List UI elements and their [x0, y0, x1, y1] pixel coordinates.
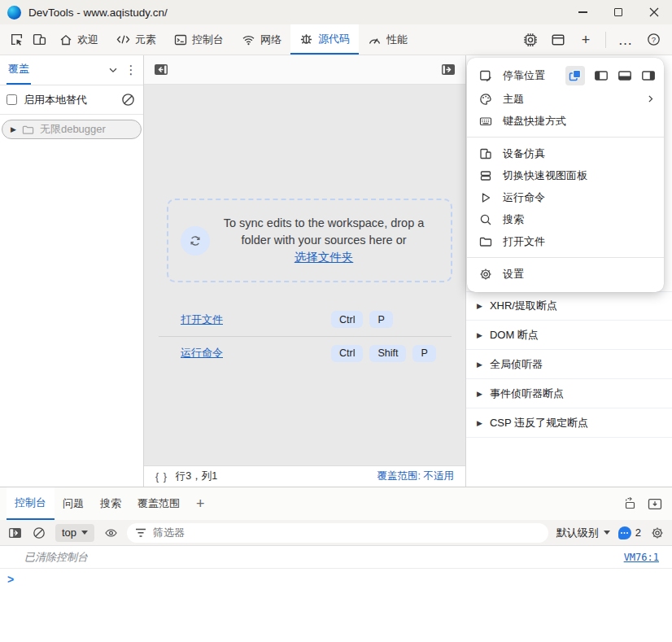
drawer-tab-controls: [622, 487, 672, 520]
expand-triangle-icon: ▶: [11, 125, 16, 133]
menu-item-dock-side[interactable]: 停靠位置: [467, 63, 664, 88]
eye-icon: [104, 527, 118, 539]
menu-item-quick-view[interactable]: 切换快速视图面板: [467, 164, 664, 186]
dock-option-right[interactable]: [641, 68, 656, 83]
section-xhr-breakpoints[interactable]: ▶ XHR/提取断点: [466, 291, 672, 321]
device-toolbar-button[interactable]: [28, 24, 50, 55]
console-sidebar-toggle[interactable]: [7, 527, 23, 539]
clear-console-button[interactable]: [31, 526, 47, 539]
caret-down-icon: [604, 531, 610, 535]
select-folder-link[interactable]: 选择文件夹: [295, 251, 354, 264]
minimize-icon: [578, 11, 587, 12]
clear-overrides-icon[interactable]: [121, 93, 135, 107]
workspace-dropzone[interactable]: To sync edits to the workspace, drop a f…: [167, 199, 452, 282]
tab-label: 源代码: [318, 32, 350, 46]
console-settings-button[interactable]: [649, 526, 665, 539]
gauge-icon: [368, 33, 382, 46]
processors-button[interactable]: [518, 24, 543, 55]
console-message-row: 已清除控制台 VM76:1: [0, 546, 672, 569]
collapse-right-panel-icon[interactable]: [441, 63, 456, 76]
tab-elements[interactable]: 元素: [107, 24, 165, 55]
tab-performance[interactable]: 性能: [359, 24, 417, 55]
tab-label: 欢迎: [77, 33, 98, 47]
inspect-element-button[interactable]: [5, 24, 28, 55]
tabbar-separator: [605, 32, 606, 48]
section-event-listener-breakpoints[interactable]: ▶ 事件侦听器断点: [466, 379, 672, 408]
log-level-selector[interactable]: 默认级别: [556, 526, 610, 540]
live-expression-button[interactable]: [103, 527, 119, 539]
drawer-tab-coverage[interactable]: 覆盖范围: [129, 487, 188, 520]
menu-item-device-emulation[interactable]: 设备仿真: [467, 142, 664, 164]
menu-item-label: 搜索: [503, 212, 524, 227]
menu-item-settings[interactable]: 设置: [467, 263, 664, 285]
tab-label: 控制台: [192, 33, 224, 47]
tab-welcome[interactable]: 欢迎: [50, 24, 107, 55]
log-level-value: 默认级别: [556, 526, 599, 540]
run-command-link[interactable]: 运行命令: [181, 346, 223, 360]
left-sidebar-tabstrip: 覆盖 ⋮: [0, 55, 143, 85]
help-button[interactable]: ?: [641, 24, 665, 55]
drawer-tab-console[interactable]: 控制台: [7, 487, 55, 520]
tab-sources[interactable]: 源代码: [290, 24, 359, 55]
undock-icon: [568, 68, 583, 83]
dock-option-undock[interactable]: [565, 66, 585, 85]
section-global-listeners[interactable]: ▶ 全局侦听器: [466, 350, 672, 379]
tab-overrides[interactable]: 覆盖: [7, 55, 31, 85]
menu-item-keyboard-shortcuts[interactable]: 键盘快捷方式: [467, 110, 664, 132]
message-count[interactable]: 2: [618, 526, 641, 539]
add-tab-button[interactable]: +: [574, 24, 598, 55]
gear-icon: [651, 526, 664, 539]
dropzone-message: To sync edits to the workspace, drop a f…: [210, 215, 451, 266]
pretty-print-button[interactable]: { }: [155, 471, 168, 483]
devtools-window: DevTools - www.aqistudy.cn/ 欢迎 元素 控制台: [0, 0, 672, 642]
collapse-left-panel-icon[interactable]: [154, 63, 168, 76]
menu-item-label: 停靠位置: [503, 68, 545, 83]
drawer-tab-issues[interactable]: 问题: [55, 487, 92, 520]
tab-console[interactable]: 控制台: [165, 24, 233, 55]
edge-logo-icon: [7, 6, 21, 20]
menu-item-search[interactable]: 搜索: [467, 208, 664, 230]
coverage-status-link[interactable]: 覆盖范围: 不适用: [377, 469, 454, 483]
editor-statusbar: { } 行3，列1 覆盖范围: 不适用: [144, 465, 465, 487]
filter-input[interactable]: [153, 526, 540, 539]
context-value: top: [62, 526, 76, 539]
prompt-chevron-icon: >: [7, 573, 14, 586]
minimize-button[interactable]: [565, 0, 600, 24]
open-file-link[interactable]: 打开文件: [181, 312, 223, 327]
tab-network[interactable]: 网络: [233, 24, 290, 55]
drawer-tab-search[interactable]: 搜索: [92, 487, 129, 520]
maximize-button[interactable]: [600, 0, 636, 24]
titlebar: DevTools - www.aqistudy.cn/: [0, 0, 672, 24]
toggle-drawer-orientation-icon[interactable]: [622, 497, 638, 510]
menu-item-open-file[interactable]: 打开文件: [467, 230, 664, 252]
tab-label: 网络: [260, 33, 281, 47]
enable-overrides-checkbox[interactable]: [7, 94, 17, 105]
drawer-add-tab-button[interactable]: +: [188, 487, 213, 520]
close-icon: [649, 7, 659, 17]
breakpoint-sections: ▶ XHR/提取断点 ▶ DOM 断点 ▶ 全局侦听器 ▶ 事件侦听器断点 ▶: [466, 291, 672, 438]
dock-options: [565, 66, 656, 85]
section-csp-violation-breakpoints[interactable]: ▶ CSP 违反了规定断点: [466, 408, 672, 438]
layout-panel-button[interactable]: [546, 24, 570, 55]
tree-item-folder[interactable]: ▶ 无限debugger: [2, 120, 142, 139]
message-count-value: 2: [635, 526, 641, 539]
settings-gear-icon: [479, 268, 492, 281]
console-cleared-text: 已清除控制台: [24, 550, 88, 565]
collapse-drawer-icon[interactable]: [648, 498, 662, 510]
panel-menu-button[interactable]: ⋮: [124, 60, 138, 80]
section-dom-breakpoints[interactable]: ▶ DOM 断点: [466, 321, 672, 350]
menu-item-theme[interactable]: 主题: [467, 88, 664, 110]
sync-circle: [181, 226, 210, 255]
dock-option-left[interactable]: [594, 68, 609, 83]
customize-menu-button[interactable]: …: [613, 24, 638, 55]
console-prompt-row[interactable]: >: [0, 569, 672, 590]
more-tabs-chevron[interactable]: [107, 64, 119, 76]
dock-option-bottom[interactable]: [617, 68, 632, 83]
context-selector[interactable]: top: [55, 524, 94, 542]
clear-console-icon: [33, 526, 46, 539]
expand-triangle-icon: ▶: [477, 331, 482, 339]
chevron-down-icon: [107, 64, 119, 76]
menu-item-run-command[interactable]: 运行命令: [467, 186, 664, 208]
close-button[interactable]: [636, 0, 672, 24]
source-location-link[interactable]: VM76:1: [624, 552, 659, 563]
